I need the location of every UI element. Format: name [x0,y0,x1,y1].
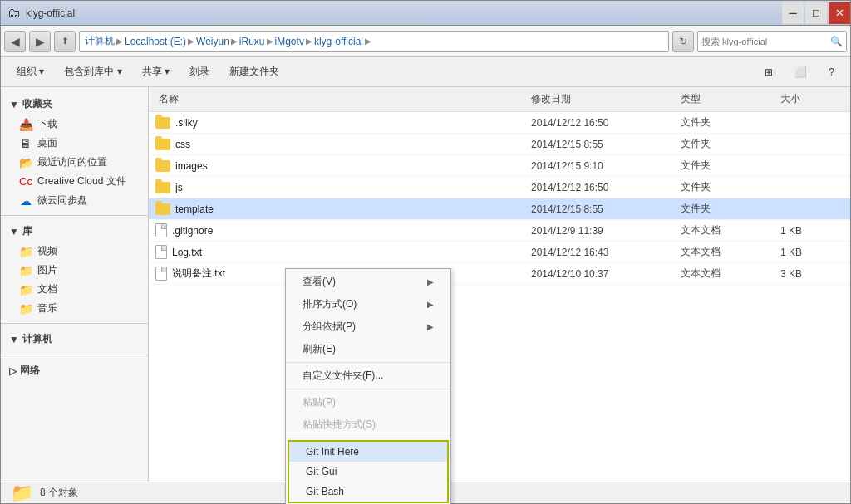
refresh-button[interactable]: ↻ [672,31,694,52]
table-row[interactable]: .gitignore 2014/12/9 11:39 文本文档 1 KB [149,220,850,242]
file-list: 名称 修改日期 类型 大小 .silky 2014/12/12 16:50 文件… [149,87,850,482]
view-options-button[interactable]: ⊞ [755,61,782,84]
search-input[interactable] [701,37,827,46]
file-size [777,186,844,189]
title-bar-left: 🗂 klyg-official [7,6,75,21]
ctx-refresh[interactable]: 刷新(E) [286,338,450,360]
include-library-button[interactable]: 包含到库中 ▾ [55,61,130,84]
address-bar: ◀ ▶ ⬆ 计算机 ▶ Localhost (E:) ▶ Weiyun ▶ iR… [1,26,850,57]
minimize-button[interactable]: ─ [782,2,804,24]
path-klyg[interactable]: klyg-official [314,36,363,47]
path-imgotv[interactable]: iMgotv [275,36,304,47]
table-row[interactable]: js 2014/12/12 16:50 文件夹 [149,177,850,198]
new-folder-button[interactable]: 新建文件夹 [220,61,288,84]
sidebar-item-music[interactable]: 📁 音乐 [1,299,148,318]
computer-arrow: ▼ [9,334,19,345]
sidebar-divider-2 [1,323,148,324]
table-row[interactable]: template 2014/12/15 8:55 文件夹 [149,198,850,220]
file-rows-container: .silky 2014/12/12 16:50 文件夹 css 2014/12/… [149,112,850,285]
sidebar-item-desktop[interactable]: 🖥 桌面 [1,134,148,153]
docs-folder-icon: 📁 [19,283,32,296]
col-size[interactable]: 大小 [777,91,844,108]
file-type: 文件夹 [677,179,777,196]
file-date: 2014/12/15 9:10 [528,159,677,174]
sidebar-item-images[interactable]: 📁 图片 [1,261,148,280]
path-localhost[interactable]: Localhost (E:) [125,36,186,47]
sidebar-item-docs[interactable]: 📁 文档 [1,280,148,299]
up-button[interactable]: ⬆ [54,31,76,52]
col-modified[interactable]: 修改日期 [528,91,677,108]
favorites-header[interactable]: ▼ 收藏夹 [1,94,148,115]
network-header[interactable]: ▷ 网络 [1,360,148,381]
file-type: 文件夹 [677,135,777,153]
file-name: template [175,203,214,215]
ctx-sort-label: 排序方式(O) [303,297,357,311]
ctx-view[interactable]: 查看(V) ▶ [286,271,450,293]
table-row[interactable]: Log.txt 2014/12/12 16:43 文本文档 1 KB [149,242,850,263]
back-button[interactable]: ◀ [4,31,26,52]
ctx-git-gui-label: Git Gui [306,466,337,477]
ctx-sep-1 [286,362,450,363]
library-arrow: ▼ [9,226,19,237]
help-button[interactable]: ? [819,61,844,84]
preview-button[interactable]: ⬜ [785,61,816,84]
ctx-refresh-label: 刷新(E) [303,342,336,356]
col-type[interactable]: 类型 [677,91,777,108]
table-row[interactable]: css 2014/12/15 8:55 文件夹 [149,134,850,155]
ctx-customize[interactable]: 自定义文件夹(F)... [286,365,450,387]
ctx-group[interactable]: 分组依据(P) ▶ [286,316,450,338]
organize-button[interactable]: 组织 ▾ [7,61,53,84]
path-iruxu[interactable]: iRuxu [239,36,265,47]
ctx-sort[interactable]: 排序方式(O) ▶ [286,293,450,316]
computer-header[interactable]: ▼ 计算机 [1,329,148,350]
sidebar-item-video[interactable]: 📁 视频 [1,242,148,261]
music-folder-icon: 📁 [19,302,32,316]
burn-button[interactable]: 刻录 [180,61,219,84]
file-list-header: 名称 修改日期 类型 大小 [149,87,850,112]
file-icon [155,223,167,237]
search-icon[interactable]: 🔍 [830,36,843,47]
explorer-window: 🗂 klyg-official ─ □ ✕ ◀ ▶ ⬆ 计算机 ▶ Localh… [0,0,851,504]
sidebar-weiyun-label: 微云同步盘 [37,193,87,208]
ctx-view-label: 查看(V) [303,275,336,289]
table-row[interactable]: .silky 2014/12/12 16:50 文件夹 [149,112,850,134]
file-date: 2014/12/12 16:50 [528,180,677,195]
search-box[interactable]: 🔍 [697,31,847,52]
ctx-paste-label: 粘贴(P) [303,395,336,409]
maximize-button[interactable]: □ [805,2,827,24]
path-weiyun[interactable]: Weiyun [196,36,229,47]
computer-label: 计算机 [22,332,52,346]
sidebar-cc-label: Creative Cloud 文件 [37,174,126,188]
file-type: 文件夹 [677,114,777,131]
file-size [777,208,844,211]
sidebar-item-creative-cloud[interactable]: Cc Creative Cloud 文件 [1,172,148,191]
table-row[interactable]: 说明备注.txt 2014/12/10 10:37 文本文档 3 KB [149,263,850,285]
table-row[interactable]: images 2014/12/15 9:10 文件夹 [149,155,850,177]
sidebar-recent-label: 最近访问的位置 [37,155,107,169]
ctx-git-init[interactable]: Git Init Here [289,442,447,462]
sidebar-item-weiyun[interactable]: ☁ 微云同步盘 [1,191,148,210]
sidebar-video-label: 视频 [37,244,57,258]
recent-folder-icon: 📂 [19,156,32,169]
ctx-view-arrow: ▶ [427,277,434,286]
sidebar-images-label: 图片 [37,263,57,277]
col-name[interactable]: 名称 [155,91,528,108]
file-name-cell: images [155,159,528,174]
file-name-cell: .silky [155,115,528,130]
ctx-git-gui[interactable]: Git Gui [289,462,447,482]
sidebar-divider-1 [1,215,148,216]
file-date: 2014/12/15 8:55 [528,137,677,152]
close-button[interactable]: ✕ [829,2,850,24]
file-size [777,164,844,168]
sidebar-item-downloads[interactable]: 📥 下载 [1,115,148,134]
forward-button[interactable]: ▶ [29,31,51,52]
folder-icon [155,203,170,215]
address-path[interactable]: 计算机 ▶ Localhost (E:) ▶ Weiyun ▶ iRuxu ▶ … [79,31,669,52]
path-computer[interactable]: 计算机 [85,34,115,48]
file-name-cell: .gitignore [155,222,528,239]
ctx-git-bash[interactable]: Git Bash [289,482,447,502]
sidebar-item-recent[interactable]: 📂 最近访问的位置 [1,153,148,172]
creative-cloud-icon: Cc [19,175,32,188]
share-button[interactable]: 共享 ▾ [133,61,179,84]
library-header[interactable]: ▼ 库 [1,221,148,242]
